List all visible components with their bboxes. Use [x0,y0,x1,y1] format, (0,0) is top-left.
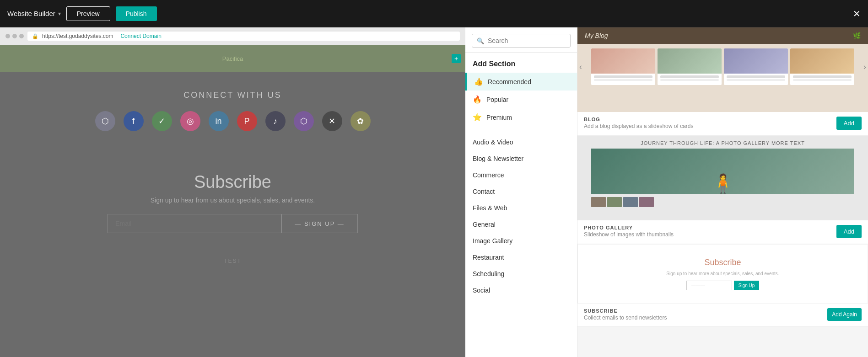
right-panel: 🔍 Add Section 👍 Recommended 🔥 Popular ⭐ … [465,27,868,357]
connect-title: CONNECT WITH US [9,91,456,100]
social-icons-row: ⬡ f ✓ ◎ in P ♪ ⬡ ✕ ✿ [9,111,456,131]
search-input[interactable] [488,37,568,44]
close-button[interactable]: ✕ [853,8,861,19]
connect-section: CONNECT WITH US ⬡ f ✓ ◎ in P ♪ ⬡ ✕ ✿ [0,72,465,154]
brand-chevron-icon: ▾ [58,11,61,17]
gallery-thumb-1 [591,197,606,207]
blog-preview-title: My Blog [585,32,608,39]
gallery-add-button[interactable]: Add [836,225,862,238]
subscribe-prev-title: Subscribe [704,258,741,267]
blog-card-desc: Add a blog displayed as a slideshow of c… [584,123,836,129]
blog-mini-card-3 [724,48,788,85]
subscribe-subtitle: Sign up to hear from us about specials, … [27,197,438,204]
search-input-wrap: 🔍 [472,34,571,48]
social-icon-3[interactable]: ✓ [152,111,172,131]
subscribe-card-text: SUBSCRIBE Collect emails to send newslet… [584,308,827,321]
brand-area[interactable]: Website Builder ▾ [7,10,61,17]
preview-button[interactable]: Preview [66,6,110,21]
gallery-thumb-4 [639,197,654,207]
thumbs-up-icon: 👍 [474,77,483,86]
blog-preview-header: My Blog 🌿 [577,27,868,44]
gallery-header-text: JOURNEY THROUGH LIFE: A PHOTO GALLERY MO… [577,136,868,149]
sidebar-cat-restaurant[interactable]: Restaurant [465,249,577,266]
subscribe-card-desc: Collect emails to send newsletters [584,314,827,321]
subscribe-section: Subscribe Sign up to hear from us about … [0,154,465,251]
social-icon-facebook[interactable]: f [124,111,144,131]
social-icon-tiktok[interactable]: ♪ [265,111,286,131]
blog-card-type: BLOG [584,117,836,122]
dot-yellow [12,34,17,38]
social-icon-1[interactable]: ⬡ [95,111,115,131]
sidebar-cat-scheduling[interactable]: Scheduling [465,266,577,282]
sidebar-cat-files[interactable]: Files & Web [465,200,577,216]
blog-card-info: BLOG Add a blog displayed as a slideshow… [577,112,868,135]
canvas-footer: TEST [0,251,465,271]
gallery-thumbs [577,194,868,210]
gallery-main-image: 🧍 [591,149,854,194]
subscribe-prev-input[interactable] [686,281,732,290]
search-icon: 🔍 [477,37,484,44]
map-area: Pacifica + [0,45,465,72]
gallery-preview: JOURNEY THROUGH LIFE: A PHOTO GALLERY MO… [577,136,868,220]
blog-mini-card-4 [790,48,854,85]
blog-cards-row: ‹ › [577,44,868,90]
social-icon-x[interactable]: ✕ [322,111,342,131]
sidebar-cat-general[interactable]: General [465,216,577,233]
blog-nav-right-icon[interactable]: › [863,62,866,72]
sidebar-item-popular[interactable]: 🔥 Popular [465,91,577,108]
gallery-card-text: PHOTO GALLERY Slideshow of images with t… [584,225,836,238]
publish-button[interactable]: Publish [116,6,157,21]
address-bar: 🔒 https://test.godaddysites.com Connect … [27,32,460,41]
gallery-main-inner: 🧍 [591,149,854,194]
gallery-thumb-2 [607,197,622,207]
social-icon-instagram[interactable]: ◎ [180,111,200,131]
subscribe-form: — SIGN UP — [27,214,438,233]
blog-card-text: BLOG Add a blog displayed as a slideshow… [584,117,836,129]
subscribe-card-type: SUBSCRIBE [584,308,827,314]
preview-area: My Blog 🌿 [577,27,868,357]
subscribe-prev-text: Sign up to hear more about specials, sal… [666,271,779,276]
sidebar-cat-commerce[interactable]: Commerce [465,167,577,183]
social-icon-linkedin[interactable]: in [209,111,229,131]
gallery-card: JOURNEY THROUGH LIFE: A PHOTO GALLERY MO… [577,136,868,244]
browser-dots [5,34,24,38]
top-bar: Website Builder ▾ Preview Publish ✕ [0,0,868,27]
blog-nav-left-icon[interactable]: ‹ [579,62,582,72]
sidebar-item-premium[interactable]: ⭐ Premium [465,108,577,126]
footer-label: TEST [224,258,242,264]
blog-mini-card-2 [658,48,722,85]
blog-header-icon: 🌿 [853,32,861,39]
social-icon-7[interactable]: ⬡ [294,111,314,131]
sidebar-premium-label: Premium [486,114,512,121]
sidebar-divider [465,130,577,130]
blog-card: My Blog 🌿 [577,27,868,136]
dot-green [19,34,24,38]
sidebar-item-recommended[interactable]: 👍 Recommended [465,73,577,91]
lock-icon: 🔒 [32,33,38,39]
canvas-area: 🔒 https://test.godaddysites.com Connect … [0,27,465,357]
connect-domain-link[interactable]: Connect Domain [120,33,161,39]
subscribe-add-again-button[interactable]: Add Again [827,308,862,321]
sidebar-cat-blog[interactable]: Blog & Newsletter [465,150,577,167]
sidebar-cat-image[interactable]: Image Gallery [465,233,577,249]
map-plus-icon[interactable]: + [452,54,461,63]
dot-red [5,34,10,38]
blog-add-button[interactable]: Add [836,117,862,130]
fire-icon: 🔥 [473,95,482,104]
gallery-card-desc: Slideshow of images with thumbnails [584,231,836,238]
sidebar-recommended-label: Recommended [488,78,531,85]
sidebar-cat-social[interactable]: Social [465,282,577,298]
sidebar: 🔍 Add Section 👍 Recommended 🔥 Popular ⭐ … [465,27,577,357]
social-icon-9[interactable]: ✿ [350,111,371,131]
url-text: https://test.godaddysites.com [42,33,113,39]
gallery-card-type: PHOTO GALLERY [584,225,836,230]
sidebar-cat-contact[interactable]: Contact [465,183,577,200]
brand-label: Website Builder [7,10,55,17]
sidebar-cat-audio[interactable]: Audio & Video [465,134,577,150]
subscribe-prev-btn[interactable]: Sign Up [734,281,760,290]
signup-button[interactable]: — SIGN UP — [281,214,357,233]
email-input[interactable] [108,214,281,233]
subscribe-prev-form: Sign Up [686,281,760,290]
social-icon-pinterest[interactable]: P [237,111,257,131]
main-layout: 🔒 https://test.godaddysites.com Connect … [0,27,868,357]
